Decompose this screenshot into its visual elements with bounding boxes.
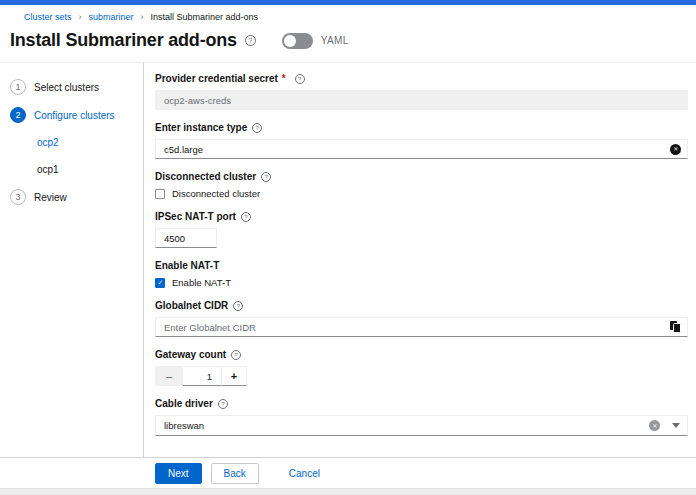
help-icon[interactable] <box>233 301 243 311</box>
field-cable-driver: Cable driver libreswan <box>155 398 688 436</box>
field-label: Enable NAT-T <box>155 260 688 271</box>
field-label: Cable driver <box>155 398 688 409</box>
field-label: Provider credential secret * <box>155 73 688 84</box>
toggle-knob <box>284 35 296 47</box>
step-label: Configure clusters <box>34 110 115 121</box>
configure-form: Provider credential secret * Enter insta… <box>144 63 696 457</box>
help-icon[interactable] <box>231 350 241 360</box>
field-enable-natt: Enable NAT-T Enable NAT-T <box>155 260 688 288</box>
field-gateway-count: Gateway count <box>155 349 688 386</box>
gateway-count-stepper <box>155 366 247 386</box>
field-label: Gateway count <box>155 349 688 360</box>
field-label: Enter instance type <box>155 122 688 133</box>
help-icon[interactable] <box>241 212 251 222</box>
wizard-substep-ocp2[interactable]: ocp2 <box>37 133 143 152</box>
field-ipsec-natt-port: IPSec NAT-T port <box>155 211 688 248</box>
provider-credential-secret-value <box>164 95 681 106</box>
wizard-step-configure-clusters[interactable]: 2 Configure clusters <box>10 105 143 125</box>
field-label-text: IPSec NAT-T port <box>155 211 236 222</box>
page-title: Install Submariner add-ons <box>10 30 237 51</box>
step-number-badge: 2 <box>10 107 26 123</box>
clear-instance-type-icon[interactable] <box>670 144 681 155</box>
minus-icon[interactable] <box>155 366 183 386</box>
field-provider-credential-secret: Provider credential secret * <box>155 73 688 110</box>
yaml-toggle-label: YAML <box>321 35 349 46</box>
caret-down-icon[interactable] <box>672 423 680 428</box>
field-label: Globalnet CIDR <box>155 300 688 311</box>
field-label-text: Provider credential secret <box>155 73 278 84</box>
breadcrumb-link-cluster-sets[interactable]: Cluster sets <box>24 12 72 22</box>
field-label-text: Cable driver <box>155 398 213 409</box>
globalnet-cidr-value[interactable] <box>164 322 670 333</box>
cancel-button[interactable]: Cancel <box>277 464 332 483</box>
step-label: Review <box>34 192 67 203</box>
cable-driver-select[interactable]: libreswan <box>155 415 688 436</box>
field-label: IPSec NAT-T port <box>155 211 688 222</box>
next-button[interactable]: Next <box>155 463 202 484</box>
field-label: Disconnected cluster <box>155 171 688 182</box>
field-label-text: Enter instance type <box>155 122 247 133</box>
clear-cable-driver-icon[interactable] <box>649 420 660 431</box>
title-help-icon[interactable] <box>245 35 256 46</box>
ipsec-natt-port-input[interactable] <box>155 228 217 248</box>
help-icon[interactable] <box>295 74 305 84</box>
field-label-text: Enable NAT-T <box>155 260 219 271</box>
checkbox-label[interactable]: Enable NAT-T <box>172 277 231 288</box>
help-icon[interactable] <box>252 123 262 133</box>
title-row: Install Submariner add-ons YAML <box>0 22 696 51</box>
provider-credential-secret-input <box>155 90 688 110</box>
instance-type-value[interactable] <box>164 144 670 155</box>
wizard-body: 1 Select clusters 2 Configure clusters o… <box>0 62 696 457</box>
required-asterisk: * <box>282 73 286 84</box>
field-label-text: Disconnected cluster <box>155 171 256 182</box>
breadcrumb-link-submariner[interactable]: submariner <box>89 12 134 22</box>
breadcrumb-separator-icon: › <box>141 12 144 22</box>
paste-icon[interactable] <box>670 321 681 333</box>
field-disconnected-cluster: Disconnected cluster Disconnected cluste… <box>155 171 688 199</box>
enable-natt-checkbox[interactable] <box>155 278 165 288</box>
wizard-step-select-clusters[interactable]: 1 Select clusters <box>10 77 143 97</box>
disconnected-cluster-checkbox-row[interactable]: Disconnected cluster <box>155 188 688 199</box>
wizard-footer: Next Back Cancel <box>0 457 696 488</box>
page-header: Cluster sets › submariner › Install Subm… <box>0 5 696 62</box>
field-instance-type: Enter instance type <box>155 122 688 159</box>
yaml-toggle[interactable] <box>282 33 313 49</box>
help-icon[interactable] <box>218 399 228 409</box>
field-globalnet-cidr: Globalnet CIDR <box>155 300 688 337</box>
breadcrumb-current: Install Submariner add-ons <box>151 12 259 22</box>
step-label: Select clusters <box>34 82 99 93</box>
field-label-text: Gateway count <box>155 349 226 360</box>
enable-natt-checkbox-row[interactable]: Enable NAT-T <box>155 277 688 288</box>
back-button[interactable]: Back <box>211 463 259 484</box>
disconnected-cluster-checkbox[interactable] <box>155 189 165 199</box>
ipsec-natt-port-value[interactable] <box>164 233 210 244</box>
help-icon[interactable] <box>261 172 271 182</box>
step-number-badge: 1 <box>10 79 26 95</box>
plus-icon[interactable] <box>221 366 247 386</box>
breadcrumb-separator-icon: › <box>79 12 82 22</box>
checkbox-label[interactable]: Disconnected cluster <box>172 188 260 199</box>
wizard-step-review[interactable]: 3 Review <box>10 187 143 207</box>
cable-driver-value: libreswan <box>164 420 649 431</box>
field-label-text: Globalnet CIDR <box>155 300 228 311</box>
wizard-substep-ocp1[interactable]: ocp1 <box>37 160 143 179</box>
wizard-step-nav: 1 Select clusters 2 Configure clusters o… <box>0 63 144 457</box>
globalnet-cidr-input[interactable] <box>155 317 688 337</box>
instance-type-input[interactable] <box>155 139 688 159</box>
page-background-strip <box>0 488 696 495</box>
gateway-count-value[interactable] <box>183 366 221 386</box>
step-number-badge: 3 <box>10 189 26 205</box>
breadcrumb: Cluster sets › submariner › Install Subm… <box>0 5 696 22</box>
